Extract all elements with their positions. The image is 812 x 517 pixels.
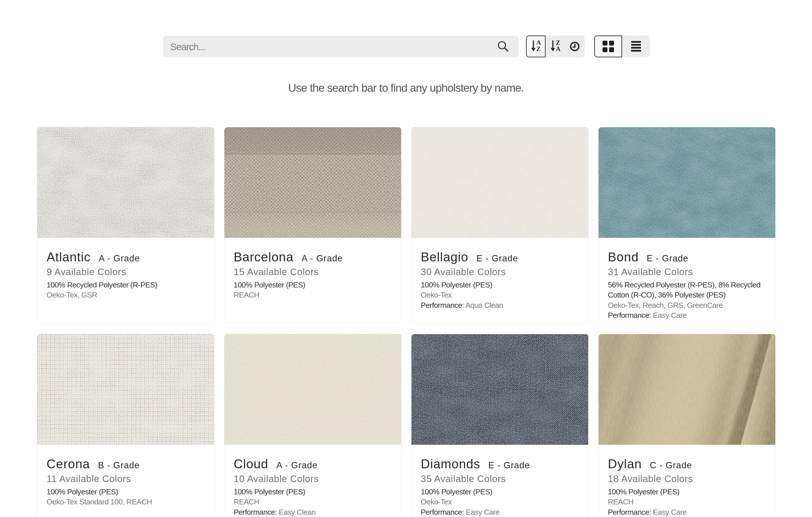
svg-text:A: A — [556, 45, 561, 53]
svg-text:Z: Z — [536, 45, 541, 53]
